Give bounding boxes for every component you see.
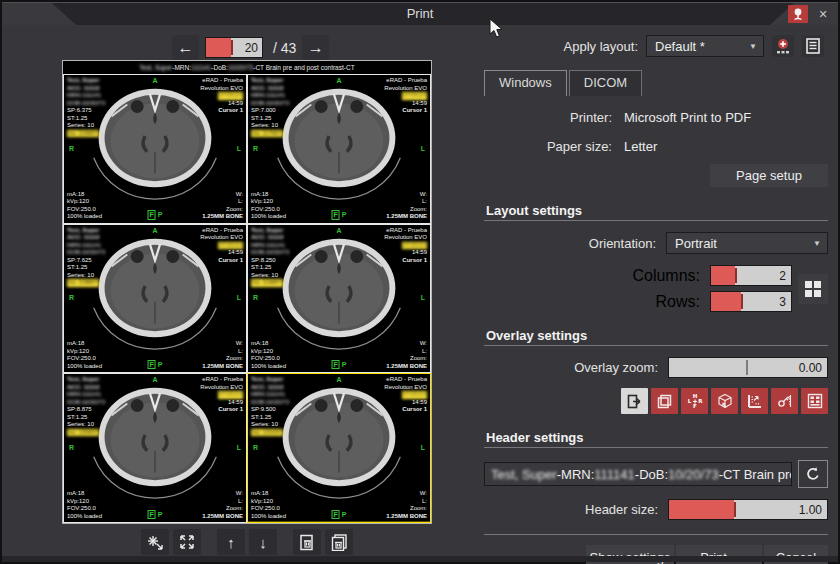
orientation-cube-icon: R (717, 393, 733, 409)
ct-slice-image (248, 75, 430, 223)
corner-ruler-icon (747, 393, 763, 409)
orientation-cube-toggle[interactable]: R (711, 388, 738, 414)
overlay-zoom-slider[interactable]: 0.00 (668, 357, 828, 378)
layout-list-icon (806, 38, 820, 54)
measure-key-icon (777, 393, 793, 409)
tab-windows[interactable]: Windows (484, 70, 567, 96)
orientation-letters-icon: H L R F (687, 393, 703, 409)
measure-key-toggle[interactable] (771, 388, 798, 414)
grid-table-icon (807, 393, 823, 409)
page-number-spinner[interactable]: 20 (205, 37, 263, 58)
apply-layout-label: Apply layout: (564, 39, 638, 54)
header-size-value: 1.00 (799, 500, 822, 519)
header-refresh-button[interactable] (798, 460, 828, 488)
overlay-toggle-bar: H L R F R (484, 388, 828, 414)
pin-icon (792, 8, 804, 21)
rows-slider[interactable]: 3 (710, 291, 792, 312)
delete-all-pages-button[interactable] (325, 529, 353, 555)
columns-label: Columns: (632, 267, 700, 285)
apply-layout-value: Default * (655, 39, 705, 54)
preview-cell[interactable]: Test, Super ACC: 11113 MRN:111141 DOB:10… (247, 373, 431, 523)
bottom-strip (2, 556, 838, 562)
layout-list-button[interactable] (802, 35, 824, 57)
grid-table-toggle[interactable] (801, 388, 828, 414)
dialog-title: Print (2, 6, 838, 21)
apply-layout-group: Apply layout: Default * ▼ (564, 35, 824, 57)
overlay-zoom-value: 0.00 (799, 358, 822, 377)
preview-grid: Test, Super ACC: 11113 MRN:111141 DOB:10… (63, 74, 431, 523)
tab-dicom[interactable]: DICOM (569, 70, 642, 96)
preview-cell[interactable]: Test, Super ACC: 11113 MRN:111141 DOB:10… (247, 74, 431, 224)
exit-overlay-icon (627, 394, 642, 409)
header-size-slider[interactable]: 1.00 (668, 499, 828, 520)
dropdown-chevron-icon: ▼ (813, 239, 821, 248)
exit-overlay-toggle[interactable] (621, 388, 648, 414)
move-up-icon: ↑ (227, 534, 235, 551)
paper-size-value: Letter (624, 139, 657, 154)
svg-text:L: L (687, 398, 691, 404)
paper-size-label: Paper size: (484, 139, 612, 154)
preview-cell[interactable]: Test, Super ACC: 11113 MRN:111141 DOB:10… (63, 224, 247, 374)
stack-overlay-toggle[interactable] (651, 388, 678, 414)
move-page-up-button[interactable]: ↑ (217, 529, 245, 555)
titlebar: Print ✕ (2, 2, 838, 25)
apply-layout-dropdown[interactable]: Default * ▼ (646, 35, 764, 57)
dropdown-chevron-icon: ▼ (749, 42, 757, 51)
windowing-button[interactable] (141, 529, 169, 555)
printer-label: Printer: (484, 110, 612, 125)
corner-ruler-toggle[interactable] (741, 388, 768, 414)
preview-cell[interactable]: Test, Super ACC: 11113 MRN:111141 DOB:10… (247, 224, 431, 374)
pin-button[interactable] (788, 5, 808, 23)
layout-settings-section: Layout settings Orientation: Portrait ▼ … (484, 203, 828, 312)
rows-label: Rows: (656, 293, 700, 311)
printer-value: Microsoft Print to PDF (624, 110, 751, 125)
overlay-settings-section: Overlay settings Overlay zoom: 0.00 (484, 328, 828, 414)
fit-to-screen-button[interactable] (173, 529, 201, 555)
overlay-zoom-label: Overlay zoom: (574, 360, 658, 375)
layout-settings-title: Layout settings (486, 203, 828, 218)
grid-layout-icon (804, 280, 822, 298)
move-page-down-button[interactable]: ↓ (249, 529, 277, 555)
settings-panel: Windows DICOM Printer: Microsoft Print t… (484, 70, 828, 564)
tab-bar: Windows DICOM (484, 70, 828, 96)
ct-slice-image (248, 225, 430, 373)
columns-slider[interactable]: 2 (710, 265, 792, 286)
svg-text:R: R (698, 398, 703, 404)
ct-slice-image (64, 374, 246, 522)
rows-value: 3 (779, 292, 786, 311)
orientation-label: Orientation: (589, 236, 656, 251)
print-preview-page[interactable]: Test, Super-MRN:111141-DoB:10/20/73-CT B… (62, 60, 432, 524)
close-button[interactable]: ✕ (814, 5, 832, 23)
header-settings-section: Header settings Test, Super-MRN:111141-D… (484, 430, 828, 520)
stack-icon (657, 394, 672, 409)
columns-value: 2 (779, 266, 786, 285)
move-down-icon: ↓ (259, 534, 267, 551)
preview-cell[interactable]: Test, Super ACC: 11113 MRN:111141 DOB:10… (63, 373, 247, 523)
svg-text:H: H (692, 393, 697, 399)
ct-slice-image (64, 225, 246, 373)
print-dialog: Print ✕ ← 20 / 43 → (0, 0, 840, 564)
preview-cell[interactable]: Test, Super ACC: 11113 MRN:111141 DOB:10… (63, 74, 247, 224)
header-text-field[interactable]: Test, Super-MRN:111141-DoB:10/20/73-CT B… (484, 462, 792, 486)
delete-page-button[interactable] (293, 529, 321, 555)
header-settings-title: Header settings (486, 430, 828, 445)
next-page-button[interactable]: → (302, 35, 329, 60)
next-page-icon: → (308, 39, 324, 57)
svg-text:F: F (693, 403, 697, 409)
ct-slice-image (248, 374, 430, 522)
prev-page-button[interactable]: ← (172, 35, 199, 60)
orientation-letters-toggle[interactable]: H L R F (681, 388, 708, 414)
svg-text:R: R (722, 402, 726, 407)
close-icon: ✕ (818, 8, 827, 21)
orientation-value: Portrait (675, 236, 717, 251)
orientation-dropdown[interactable]: Portrait ▼ (666, 232, 828, 254)
add-layout-preset-button[interactable] (772, 35, 794, 57)
preview-header-text: Test, Super-MRN:111141-DoB:10/20/73-CT B… (63, 61, 431, 74)
page-total: / 43 (273, 40, 296, 56)
delete-all-pages-icon (331, 534, 348, 551)
page-navigation: ← 20 / 43 → (172, 35, 329, 60)
refresh-icon (805, 466, 821, 482)
windowing-icon (147, 534, 163, 550)
page-setup-button[interactable]: Page setup (710, 164, 828, 187)
grid-layout-button[interactable] (798, 274, 828, 304)
